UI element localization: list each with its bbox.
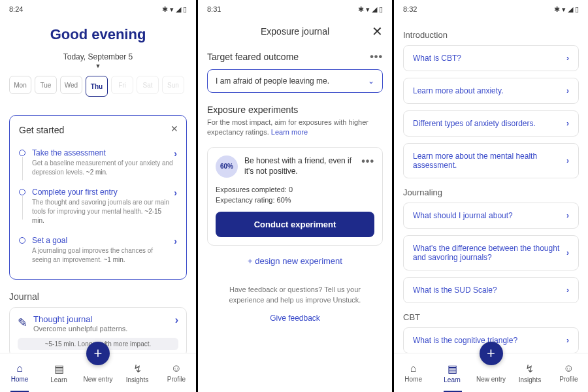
pen-icon: ✎ bbox=[18, 316, 33, 330]
greeting: Good evening bbox=[9, 26, 187, 43]
section-journaling: Journaling bbox=[403, 188, 579, 197]
get-started-title: Get started bbox=[19, 125, 177, 135]
gs-item-first-entry[interactable]: Complete your first entry The thought an… bbox=[19, 182, 177, 231]
experiment-card: 60% Be honest with a friend, even if it'… bbox=[207, 147, 383, 246]
section-cbt: CBT bbox=[403, 312, 579, 322]
status-time: 8:32 bbox=[403, 5, 417, 13]
status-icons: ✱ ▾ ◢ ▯ bbox=[162, 5, 187, 14]
chevron-down-icon[interactable]: ▼ bbox=[9, 63, 187, 69]
day-mon[interactable]: Mon bbox=[9, 76, 31, 94]
gs-item-assessment[interactable]: Take the assessment Get a baseline measu… bbox=[19, 143, 177, 182]
chevron-right-icon: › bbox=[175, 314, 178, 326]
more-icon[interactable]: ••• bbox=[370, 51, 383, 63]
status-bar: 8:24 ✱ ▾ ◢ ▯ bbox=[0, 0, 196, 18]
experiments-desc: For the most impact, aim for exposures w… bbox=[207, 118, 383, 138]
nav-insights[interactable]: ↯Insights bbox=[510, 353, 549, 392]
book-icon: ▤ bbox=[54, 363, 64, 375]
expectancy-badge: 60% bbox=[216, 155, 238, 178]
faq-sud-scale[interactable]: What is the SUD Scale?› bbox=[403, 277, 579, 303]
home-icon: ⌂ bbox=[410, 363, 417, 374]
chevron-right-icon: › bbox=[566, 86, 569, 95]
feedback-text: Have feedback or questions? Tell us your… bbox=[207, 284, 383, 306]
status-icons: ✱ ▾ ◢ ▯ bbox=[554, 5, 579, 14]
chevron-right-icon: › bbox=[174, 148, 177, 159]
step-bullet-icon bbox=[19, 189, 25, 195]
status-bar: 8:32 ✱ ▾ ◢ ▯ bbox=[394, 0, 588, 18]
new-entry-fab[interactable]: + bbox=[480, 342, 503, 365]
close-icon[interactable]: ✕ bbox=[171, 123, 178, 134]
home-icon: ⌂ bbox=[16, 363, 23, 374]
chevron-right-icon: › bbox=[566, 156, 569, 165]
experiments-label: Exposure experiments bbox=[207, 105, 383, 115]
status-icons: ✱ ▾ ◢ ▯ bbox=[358, 5, 383, 14]
more-icon[interactable]: ••• bbox=[361, 155, 374, 167]
faq-thought-vs-savoring[interactable]: What's the difference between the though… bbox=[403, 235, 579, 270]
day-thu[interactable]: Thu bbox=[86, 76, 108, 97]
section-introduction: Introduction bbox=[403, 30, 579, 40]
get-started-card: Get started ✕ Take the assessment Get a … bbox=[9, 115, 187, 280]
book-icon: ▤ bbox=[448, 363, 457, 375]
day-wed[interactable]: Wed bbox=[60, 76, 82, 94]
close-icon[interactable]: ✕ bbox=[372, 24, 383, 39]
step-bullet-icon bbox=[19, 150, 25, 156]
user-icon: ☺ bbox=[563, 363, 574, 374]
gs-item-set-goal[interactable]: Set a goal A journaling goal improves th… bbox=[19, 231, 177, 270]
journal-section-label: Journal bbox=[9, 291, 187, 302]
nav-profile[interactable]: ☺Profile bbox=[157, 353, 196, 392]
learn-more-link[interactable]: Learn more bbox=[271, 128, 308, 136]
new-entry-fab[interactable]: + bbox=[86, 342, 110, 365]
chevron-right-icon: › bbox=[174, 188, 177, 198]
target-select[interactable]: I am afraid of people leaving me. ⌄ bbox=[207, 69, 383, 93]
faq-anxiety-disorders[interactable]: Different types of anxiety disorders.› bbox=[403, 110, 579, 137]
target-label: Target feared outcome bbox=[207, 52, 370, 62]
give-feedback-link[interactable]: Give feedback bbox=[207, 314, 383, 323]
faq-mh-assessment[interactable]: Learn more about the mental health asses… bbox=[403, 143, 579, 178]
nav-home[interactable]: ⌂Home bbox=[0, 353, 39, 392]
journal-subtitle: Overcome unhelpful patterns. bbox=[33, 325, 127, 333]
exposures-completed: Exposures completed: 0 bbox=[216, 186, 374, 193]
gs-desc: A journaling goal improves the chances o… bbox=[32, 246, 174, 265]
status-time: 8:31 bbox=[207, 5, 221, 13]
screen-learn: 8:32 ✱ ▾ ◢ ▯ Introduction What is CBT?› … bbox=[392, 0, 588, 392]
modal-title: Exposure journal bbox=[261, 26, 329, 37]
chevron-right-icon: › bbox=[566, 119, 569, 128]
gs-title: Complete your first entry bbox=[32, 188, 174, 197]
day-sat[interactable]: Sat bbox=[137, 76, 159, 94]
chevron-right-icon: › bbox=[174, 236, 177, 246]
nav-insights[interactable]: ↯Insights bbox=[118, 353, 157, 392]
chart-icon: ↯ bbox=[525, 363, 534, 375]
nav-profile[interactable]: ☺Profile bbox=[549, 353, 588, 392]
gs-title: Take the assessment bbox=[32, 148, 174, 157]
day-fri[interactable]: Fri bbox=[111, 76, 133, 94]
nav-home[interactable]: ⌂Home bbox=[394, 353, 433, 392]
conduct-experiment-button[interactable]: Conduct experiment bbox=[216, 212, 374, 237]
chevron-right-icon: › bbox=[566, 54, 569, 63]
step-bullet-icon bbox=[19, 237, 25, 244]
screen-home: 8:24 ✱ ▾ ◢ ▯ Good evening Today, Septemb… bbox=[0, 0, 196, 392]
chart-icon: ↯ bbox=[133, 363, 142, 375]
faq-journal-about[interactable]: What should I journal about?› bbox=[403, 203, 579, 229]
chevron-down-icon: ⌄ bbox=[368, 76, 374, 86]
status-time: 8:24 bbox=[9, 5, 23, 13]
nav-learn[interactable]: ▤Learn bbox=[39, 353, 78, 392]
chevron-right-icon: › bbox=[566, 248, 569, 257]
bottom-nav: + ⌂Home ▤Learn New entry ↯Insights ☺Prof… bbox=[0, 353, 196, 392]
nav-learn[interactable]: ▤Learn bbox=[433, 353, 471, 392]
faq-what-is-cbt[interactable]: What is CBT?› bbox=[403, 45, 579, 71]
day-strip[interactable]: Mon Tue Wed Thu Fri Sat Sun bbox=[9, 76, 187, 97]
chevron-right-icon: › bbox=[566, 286, 569, 295]
status-bar: 8:31 ✱ ▾ ◢ ▯ bbox=[198, 0, 392, 18]
gs-title: Set a goal bbox=[32, 236, 174, 245]
experiment-title: Be honest with a friend, even if it's no… bbox=[244, 155, 355, 176]
target-value: I am afraid of people leaving me. bbox=[216, 76, 329, 86]
user-icon: ☺ bbox=[171, 363, 182, 374]
day-sun[interactable]: Sun bbox=[162, 76, 184, 94]
gs-desc: The thought and savoring journals are ou… bbox=[32, 198, 174, 225]
gs-desc: Get a baseline measurement of your anxie… bbox=[32, 159, 174, 177]
design-new-experiment-link[interactable]: + design new experiment bbox=[207, 256, 383, 266]
expectancy-rating: Expectancy rating: 60% bbox=[216, 196, 374, 204]
faq-learn-anxiety[interactable]: Learn more about anxiety.› bbox=[403, 78, 579, 104]
day-tue[interactable]: Tue bbox=[35, 76, 57, 94]
chevron-right-icon: › bbox=[566, 336, 569, 345]
date-label: Today, September 5 bbox=[9, 52, 187, 61]
